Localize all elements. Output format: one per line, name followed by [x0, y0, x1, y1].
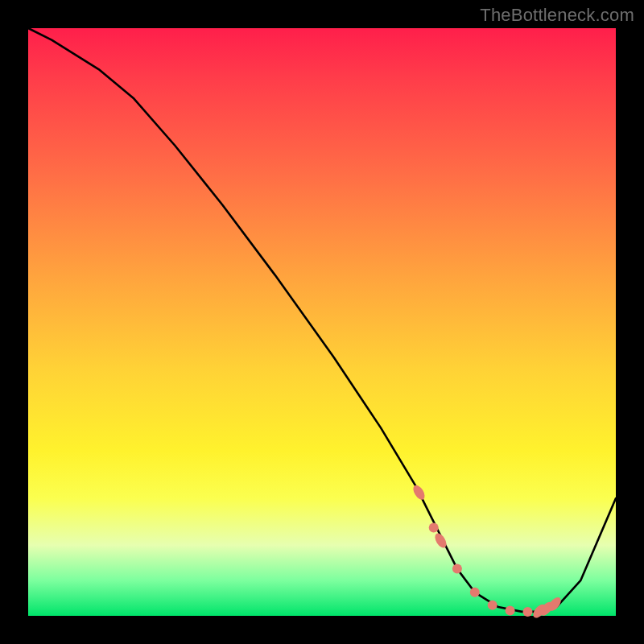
marker-dot — [488, 601, 497, 610]
marker-dot — [506, 605, 515, 615]
watermark-text: TheBottleneck.com — [480, 5, 634, 26]
marker-dot — [523, 607, 533, 617]
marker-dot — [429, 523, 439, 533]
marker-dot — [411, 483, 427, 502]
bottleneck-curve — [28, 28, 616, 612]
marker-dot — [452, 564, 462, 574]
chart-svg — [28, 28, 616, 616]
plot-area — [28, 28, 616, 616]
marker-dot — [470, 588, 480, 597]
chart-frame: TheBottleneck.com — [0, 0, 644, 644]
